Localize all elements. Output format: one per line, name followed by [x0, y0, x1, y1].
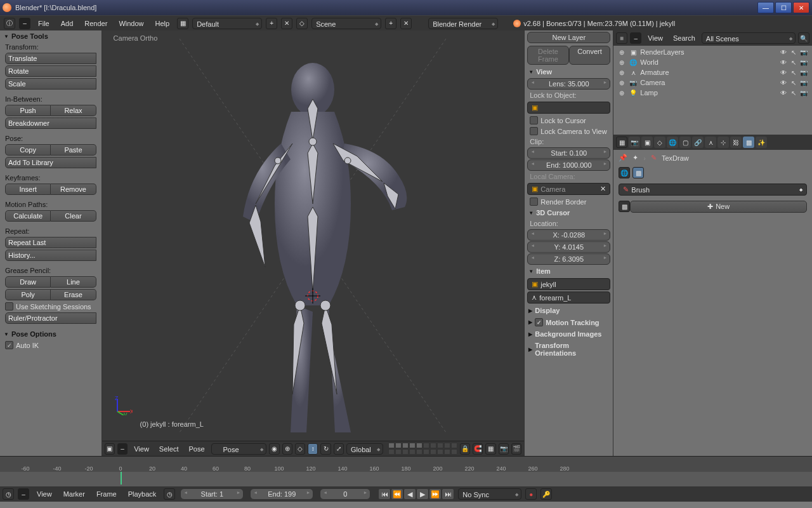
- draw-button[interactable]: Draw: [5, 276, 51, 288]
- new-layer-button[interactable]: New Layer: [527, 32, 610, 43]
- select-menu[interactable]: Select: [155, 444, 183, 454]
- jump-end-icon[interactable]: ⏭: [442, 488, 454, 500]
- render-preview-icon[interactable]: 📷: [499, 443, 509, 455]
- current-frame-field[interactable]: 0: [320, 488, 370, 500]
- erase-button[interactable]: Erase: [51, 289, 96, 300]
- particles-tab-icon[interactable]: ✨: [756, 137, 767, 148]
- minimize-button[interactable]: —: [757, 2, 774, 13]
- orientation-select[interactable]: Global: [346, 443, 383, 455]
- jump-start-icon[interactable]: ⏮: [378, 488, 391, 500]
- timeline[interactable]: -60-40-200204060801001201401601802002202…: [0, 456, 812, 486]
- pin-icon[interactable]: 📌: [619, 154, 627, 162]
- brush-context-icon[interactable]: ▩: [632, 167, 644, 178]
- selectable-icon[interactable]: ↖: [789, 58, 798, 67]
- scene-tab-icon[interactable]: ◇: [654, 137, 665, 148]
- cursor-panel-header[interactable]: 3D Cursor: [525, 207, 613, 218]
- collapse-menus-icon[interactable]: –: [117, 443, 128, 455]
- add-scene-icon[interactable]: +: [385, 18, 396, 29]
- expand-icon[interactable]: ⊕: [617, 68, 626, 77]
- autokey-icon[interactable]: ●: [525, 488, 537, 500]
- breakdowner-button[interactable]: Breakdowner: [5, 117, 96, 129]
- menu-help[interactable]: Help: [152, 18, 174, 29]
- selectable-icon[interactable]: ↖: [789, 78, 798, 87]
- lock-camera-checkbox[interactable]: Lock Camera to View: [525, 126, 613, 137]
- lens-field[interactable]: Lens: 35.000: [527, 78, 610, 90]
- outliner-item[interactable]: ⊕🌐World👁↖📷: [617, 57, 808, 67]
- outliner-item[interactable]: ⊕📷Camera👁↖📷: [617, 77, 808, 88]
- lock-cursor-checkbox[interactable]: Lock to Cursor: [525, 115, 613, 126]
- armature-tab-icon[interactable]: ⋏: [705, 137, 716, 148]
- world-tab-icon[interactable]: 🌐: [667, 137, 678, 148]
- relax-button[interactable]: Relax: [51, 105, 96, 116]
- bgimages-panel-header[interactable]: Background Images: [525, 328, 613, 340]
- renderable-icon[interactable]: 📷: [799, 48, 808, 57]
- outliner-item[interactable]: ⊕⋏Armature👁↖📷: [617, 67, 808, 77]
- editor-type-icon[interactable]: ◷: [3, 488, 14, 500]
- scale-manip-icon[interactable]: ⤢: [334, 443, 344, 455]
- render-border-checkbox[interactable]: Render Border: [525, 196, 613, 207]
- bone-tab-icon[interactable]: ⊹: [717, 137, 729, 148]
- display-panel-header[interactable]: Display: [525, 305, 613, 316]
- pose-menu[interactable]: Pose: [185, 444, 208, 454]
- new-texture-button[interactable]: ✚New: [630, 201, 807, 213]
- clip-start-field[interactable]: Start: 0.100: [527, 147, 610, 159]
- boneconstraint-tab-icon[interactable]: ⛓: [730, 137, 742, 148]
- bone-name-field[interactable]: ⋏forearm_L: [527, 291, 610, 304]
- outliner-filter-select[interactable]: All Scenes: [702, 32, 796, 44]
- menu-file[interactable]: File: [34, 18, 53, 29]
- renderable-icon[interactable]: 📷: [799, 58, 808, 67]
- cursor-x-field[interactable]: X: -0.0288: [527, 229, 610, 241]
- delete-frame-button[interactable]: Delete Frame: [527, 46, 569, 65]
- tl-playback-menu[interactable]: Playback: [124, 489, 160, 499]
- history-button[interactable]: History...: [5, 250, 96, 261]
- 3d-viewport[interactable]: Camera Ortho: [102, 30, 525, 441]
- play-icon[interactable]: ▶: [416, 488, 429, 500]
- visibility-icon[interactable]: 👁: [779, 78, 788, 87]
- editor-type-icon[interactable]: ⓘ: [4, 18, 15, 29]
- line-button[interactable]: Line: [51, 276, 96, 288]
- cursor-z-field[interactable]: Z: 6.3095: [527, 253, 610, 265]
- renderable-icon[interactable]: 📷: [799, 78, 808, 87]
- translate-manip-icon[interactable]: ↕: [308, 443, 318, 455]
- clear-icon[interactable]: ✕: [600, 185, 606, 193]
- translate-button[interactable]: Translate: [5, 53, 96, 64]
- repeat-last-button[interactable]: Repeat Last: [5, 237, 96, 248]
- manipulator-icon[interactable]: ◇: [295, 443, 305, 455]
- clear-paths-button[interactable]: Clear: [51, 210, 96, 222]
- close-button[interactable]: ✕: [793, 2, 809, 13]
- selectable-icon[interactable]: ↖: [789, 88, 798, 97]
- item-panel-header[interactable]: Item: [525, 265, 613, 277]
- insert-key-button[interactable]: Insert: [5, 184, 51, 195]
- start-frame-field[interactable]: Start: 1: [180, 488, 244, 500]
- use-preview-range-icon[interactable]: ◷: [164, 488, 175, 500]
- object-tab-icon[interactable]: ▢: [679, 137, 691, 148]
- end-frame-field[interactable]: End: 199: [250, 488, 313, 500]
- remove-key-button[interactable]: Remove: [51, 184, 96, 195]
- visibility-icon[interactable]: 👁: [779, 48, 788, 57]
- calculate-paths-button[interactable]: Calculate: [5, 210, 51, 222]
- outliner-item[interactable]: ⊕💡Lamp👁↖📷: [617, 88, 808, 98]
- screen-browse-icon[interactable]: ▦: [177, 18, 188, 29]
- delete-scene-icon[interactable]: ✕: [400, 18, 412, 29]
- maximize-button[interactable]: ☐: [775, 2, 792, 13]
- expand-icon[interactable]: ⊕: [617, 78, 626, 87]
- pose-options-header[interactable]: Pose Options: [0, 328, 102, 340]
- visibility-icon[interactable]: 👁: [779, 88, 788, 97]
- outliner-search-menu[interactable]: Search: [669, 33, 699, 43]
- editor-type-icon[interactable]: ≡: [616, 32, 627, 44]
- visibility-icon[interactable]: 👁: [779, 58, 788, 67]
- render-tab-icon[interactable]: 📷: [629, 137, 640, 148]
- tl-view-menu[interactable]: View: [33, 489, 56, 499]
- layers-widget[interactable]: [388, 443, 457, 455]
- local-camera-field[interactable]: ▣Camera✕: [527, 183, 610, 195]
- delete-screen-icon[interactable]: ✕: [281, 18, 292, 29]
- screen-layout-select[interactable]: Default: [192, 18, 262, 29]
- lock-layers-icon[interactable]: 🔒: [460, 443, 470, 455]
- pivot-icon[interactable]: ⊕: [282, 443, 292, 455]
- renderable-icon[interactable]: 📷: [799, 88, 808, 97]
- brush-name-field[interactable]: ✎Brush◆: [619, 184, 807, 196]
- selectable-icon[interactable]: ↖: [789, 68, 798, 77]
- xform-orient-panel-header[interactable]: Transform Orientations: [525, 340, 613, 359]
- push-button[interactable]: Push: [5, 105, 51, 116]
- render-engine-select[interactable]: Blender Render: [428, 18, 498, 29]
